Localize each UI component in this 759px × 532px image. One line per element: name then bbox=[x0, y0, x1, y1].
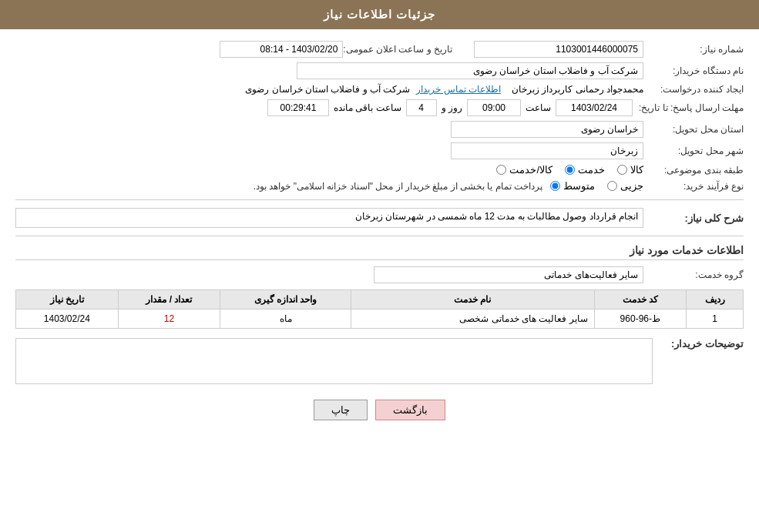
category-service-radio[interactable] bbox=[565, 165, 575, 175]
process-part-option[interactable]: جزیی bbox=[607, 180, 643, 192]
category-goods-radio[interactable] bbox=[617, 165, 627, 175]
process-part-radio[interactable] bbox=[607, 181, 617, 191]
delivery-province-value: خراسان رضوی bbox=[451, 121, 643, 138]
need-desc-value: انجام قرارداد وصول مطالبات به مدت 12 ماه… bbox=[15, 208, 643, 228]
delivery-province-row: استان محل تحویل: خراسان رضوی bbox=[15, 121, 744, 138]
announcement-label: تاریخ و ساعت اعلان عمومی: bbox=[343, 44, 458, 55]
page-title: جزئیات اطلاعات نیاز bbox=[324, 8, 435, 21]
requester-label: ایجاد کننده درخواست: bbox=[643, 84, 744, 95]
process-type-row: نوع فرآیند خرید: جزیی متوسط پرداخت تمام … bbox=[15, 180, 744, 192]
category-service-label: خدمت bbox=[578, 164, 605, 176]
cell-quantity: 12 bbox=[118, 309, 220, 329]
cell-code: ط-96-960 bbox=[594, 309, 686, 329]
col-name: نام خدمت bbox=[351, 290, 595, 309]
requester-detail: شرکت آب و فاضلاب استان خراسان رضوی bbox=[245, 84, 410, 95]
response-date-value: 1403/02/24 bbox=[556, 99, 633, 116]
delivery-city-label: شهر محل تحویل: bbox=[643, 146, 744, 156]
process-part-label: جزیی bbox=[620, 180, 643, 192]
response-remaining-value: 00:29:41 bbox=[267, 99, 329, 116]
col-row: ردیف bbox=[687, 290, 744, 309]
col-quantity: تعداد / مقدار bbox=[118, 290, 220, 309]
col-unit: واحد اندازه گیری bbox=[220, 290, 351, 309]
cell-date: 1403/02/24 bbox=[16, 309, 119, 329]
announcement-value: 1403/02/20 - 08:14 bbox=[220, 41, 343, 58]
buttons-row: بازگشت چاپ bbox=[15, 400, 744, 420]
cell-name: سایر فعالیت های خدماتی شخصی bbox=[351, 309, 595, 329]
col-date: تاریخ نیاز bbox=[16, 290, 119, 309]
requester-row: ایجاد کننده درخواست: محمدجواد رحمانی کار… bbox=[15, 84, 744, 95]
services-table: ردیف کد خدمت نام خدمت واحد اندازه گیری ت… bbox=[15, 289, 744, 329]
service-info-title: اطلاعات خدمات مورد نیاز bbox=[15, 244, 744, 260]
col-code: کد خدمت bbox=[594, 290, 686, 309]
process-note: پرداخت تمام یا بخشی از مبلغ خریدار از مح… bbox=[15, 181, 542, 192]
divider-2 bbox=[15, 236, 744, 236]
content-area: شماره نیاز: 1103001446000075 تاریخ و ساع… bbox=[0, 29, 759, 440]
category-service-option[interactable]: خدمت bbox=[565, 164, 605, 176]
need-desc-label: شرح کلی نیاز: bbox=[643, 212, 744, 224]
buyer-org-label: نام دستگاه خریدار: bbox=[643, 65, 744, 76]
response-date-label: مهلت ارسال پاسخ: تا تاریخ: bbox=[633, 102, 744, 113]
service-group-label: گروه خدمت: bbox=[643, 269, 744, 280]
divider-1 bbox=[15, 199, 744, 200]
need-number-row: شماره نیاز: 1103001446000075 تاریخ و ساع… bbox=[15, 41, 744, 58]
response-date-row: مهلت ارسال پاسخ: تا تاریخ: 1403/02/24 سا… bbox=[15, 99, 744, 116]
category-radio-group: کالا خدمت کالا/خدمت bbox=[496, 164, 643, 176]
process-medium-option[interactable]: متوسط bbox=[550, 180, 595, 192]
need-number-value: 1103001446000075 bbox=[474, 41, 643, 58]
cell-row: 1 bbox=[687, 309, 744, 329]
service-group-row: گروه خدمت: سایر فعالیت‌های خدماتی bbox=[15, 266, 744, 283]
time-label: ساعت bbox=[526, 102, 551, 113]
need-desc-row: شرح کلی نیاز: انجام قرارداد وصول مطالبات… bbox=[15, 208, 744, 228]
requester-name: محمدجواد رحمانی کاربرداز زبرخان bbox=[512, 84, 643, 95]
page-header: جزئیات اطلاعات نیاز bbox=[0, 0, 759, 29]
table-row: 1 ط-96-960 سایر فعالیت های خدماتی شخصی م… bbox=[16, 309, 744, 329]
service-group-value: سایر فعالیت‌های خدماتی bbox=[374, 266, 643, 283]
buyer-desc-row: توضیحات خریدار: bbox=[15, 338, 744, 384]
print-button[interactable]: چاپ bbox=[314, 400, 368, 420]
category-goods-option[interactable]: کالا bbox=[617, 164, 643, 176]
category-label: طبقه بندی موضوعی: bbox=[643, 165, 744, 176]
category-goods-service-option[interactable]: کالا/خدمت bbox=[496, 164, 552, 176]
page-wrapper: جزئیات اطلاعات نیاز شماره نیاز: 11030014… bbox=[0, 0, 759, 532]
delivery-city-value: زبرخان bbox=[451, 142, 643, 159]
category-row: طبقه بندی موضوعی: کالا خدمت کالا/خدمت bbox=[15, 164, 744, 176]
process-medium-radio[interactable] bbox=[550, 181, 560, 191]
buyer-org-value: شرکت آب و فاضلاب استان خراسان رضوی bbox=[297, 62, 643, 79]
requester-link[interactable]: اطلاعات تماس خریدار bbox=[416, 84, 501, 95]
cell-unit: ماه bbox=[220, 309, 351, 329]
remaining-label: ساعت باقی مانده bbox=[334, 102, 401, 113]
category-goods-label: کالا bbox=[630, 164, 643, 176]
back-button[interactable]: بازگشت bbox=[375, 400, 445, 420]
process-medium-label: متوسط bbox=[563, 180, 595, 192]
delivery-province-label: استان محل تحویل: bbox=[643, 124, 744, 135]
buyer-desc-textarea[interactable] bbox=[15, 338, 653, 384]
delivery-city-row: شهر محل تحویل: زبرخان bbox=[15, 142, 744, 159]
response-time-value: 09:00 bbox=[467, 99, 521, 116]
buyer-desc-label: توضیحات خریدار: bbox=[659, 338, 744, 350]
process-type-label: نوع فرآیند خرید: bbox=[643, 181, 744, 192]
days-label: روز و bbox=[442, 102, 462, 113]
need-number-label: شماره نیاز: bbox=[643, 44, 744, 55]
buyer-desc-section: توضیحات خریدار: bbox=[15, 338, 744, 384]
category-goods-service-label: کالا/خدمت bbox=[509, 164, 552, 176]
process-radio-group: جزیی متوسط bbox=[550, 180, 643, 192]
category-goods-service-radio[interactable] bbox=[496, 165, 506, 175]
response-days-value: 4 bbox=[406, 99, 437, 116]
services-table-section: ردیف کد خدمت نام خدمت واحد اندازه گیری ت… bbox=[15, 289, 744, 329]
buyer-org-row: نام دستگاه خریدار: شرکت آب و فاضلاب استا… bbox=[15, 62, 744, 79]
